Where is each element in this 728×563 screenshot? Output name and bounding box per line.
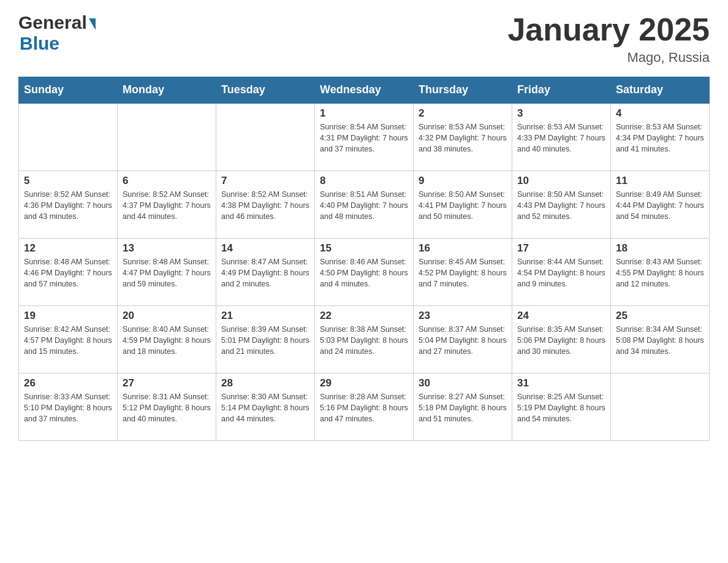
day-number: 26 [24,377,112,389]
day-info: Sunrise: 8:34 AM Sunset: 5:08 PM Dayligh… [616,324,704,357]
day-number: 18 [616,242,704,255]
day-info: Sunrise: 8:48 AM Sunset: 4:47 PM Dayligh… [123,256,211,289]
day-number: 30 [419,377,507,389]
calendar-cell: 22Sunrise: 8:38 AM Sunset: 5:03 PM Dayli… [315,305,414,373]
day-info: Sunrise: 8:43 AM Sunset: 4:55 PM Dayligh… [616,256,704,289]
calendar-table: SundayMondayTuesdayWednesdayThursdayFrid… [18,77,710,441]
day-info: Sunrise: 8:52 AM Sunset: 4:37 PM Dayligh… [123,189,211,222]
day-number: 14 [221,242,309,255]
day-info: Sunrise: 8:45 AM Sunset: 4:52 PM Dayligh… [419,256,507,289]
calendar-cell: 11Sunrise: 8:49 AM Sunset: 4:44 PM Dayli… [611,170,710,238]
day-number: 15 [320,242,408,255]
day-number: 4 [616,107,704,120]
day-number: 8 [320,175,408,187]
calendar-cell: 9Sunrise: 8:50 AM Sunset: 4:41 PM Daylig… [414,170,512,238]
day-number: 6 [123,175,211,187]
weekday-header-row: SundayMondayTuesdayWednesdayThursdayFrid… [19,77,710,104]
day-info: Sunrise: 8:54 AM Sunset: 4:31 PM Dayligh… [320,121,408,155]
logo-arrow-icon [89,18,96,30]
week-row-5: 26Sunrise: 8:33 AM Sunset: 5:10 PM Dayli… [19,373,710,440]
day-info: Sunrise: 8:50 AM Sunset: 4:41 PM Dayligh… [419,189,507,222]
day-info: Sunrise: 8:31 AM Sunset: 5:12 PM Dayligh… [123,391,211,424]
day-number: 13 [123,242,211,255]
weekday-header-sunday: Sunday [19,77,118,104]
day-number: 11 [616,175,704,187]
day-info: Sunrise: 8:28 AM Sunset: 5:16 PM Dayligh… [320,391,408,424]
day-number: 25 [616,310,704,322]
calendar-cell [611,373,710,440]
day-info: Sunrise: 8:44 AM Sunset: 4:54 PM Dayligh… [517,256,605,289]
calendar-cell: 21Sunrise: 8:39 AM Sunset: 5:01 PM Dayli… [216,305,315,373]
day-number: 27 [123,377,211,389]
day-number: 3 [517,107,605,120]
calendar-cell: 30Sunrise: 8:27 AM Sunset: 5:18 PM Dayli… [414,373,512,440]
weekday-header-monday: Monday [118,77,216,104]
calendar-cell: 17Sunrise: 8:44 AM Sunset: 4:54 PM Dayli… [512,238,611,305]
day-number: 9 [419,175,507,187]
day-info: Sunrise: 8:51 AM Sunset: 4:40 PM Dayligh… [320,189,408,222]
calendar-cell: 6Sunrise: 8:52 AM Sunset: 4:37 PM Daylig… [118,170,216,238]
calendar-cell: 5Sunrise: 8:52 AM Sunset: 4:36 PM Daylig… [19,170,118,238]
calendar-cell: 7Sunrise: 8:52 AM Sunset: 4:38 PM Daylig… [216,170,315,238]
logo-blue-text: Blue [20,33,59,53]
day-info: Sunrise: 8:39 AM Sunset: 5:01 PM Dayligh… [221,324,309,357]
calendar-cell: 15Sunrise: 8:46 AM Sunset: 4:50 PM Dayli… [315,238,414,305]
day-info: Sunrise: 8:37 AM Sunset: 5:04 PM Dayligh… [419,324,507,357]
calendar-cell: 24Sunrise: 8:35 AM Sunset: 5:06 PM Dayli… [512,305,611,373]
week-row-4: 19Sunrise: 8:42 AM Sunset: 4:57 PM Dayli… [19,305,710,373]
day-number: 23 [419,310,507,322]
calendar-cell: 10Sunrise: 8:50 AM Sunset: 4:43 PM Dayli… [512,170,611,238]
calendar-cell [19,103,118,170]
weekday-header-thursday: Thursday [414,77,512,104]
calendar-subtitle: Mago, Russia [507,50,710,66]
calendar-cell: 3Sunrise: 8:53 AM Sunset: 4:33 PM Daylig… [512,103,611,170]
calendar-cell: 8Sunrise: 8:51 AM Sunset: 4:40 PM Daylig… [315,170,414,238]
day-number: 12 [24,242,112,255]
day-info: Sunrise: 8:53 AM Sunset: 4:32 PM Dayligh… [419,121,507,155]
day-info: Sunrise: 8:25 AM Sunset: 5:19 PM Dayligh… [517,391,605,424]
day-info: Sunrise: 8:53 AM Sunset: 4:34 PM Dayligh… [616,121,704,155]
day-number: 29 [320,377,408,389]
calendar-cell: 28Sunrise: 8:30 AM Sunset: 5:14 PM Dayli… [216,373,315,440]
day-info: Sunrise: 8:30 AM Sunset: 5:14 PM Dayligh… [221,391,309,424]
day-info: Sunrise: 8:49 AM Sunset: 4:44 PM Dayligh… [616,189,704,222]
day-info: Sunrise: 8:42 AM Sunset: 4:57 PM Dayligh… [24,324,112,357]
day-number: 1 [320,107,408,120]
day-number: 7 [221,175,309,187]
weekday-header-friday: Friday [512,77,611,104]
day-number: 31 [517,377,605,389]
page-header: General Blue January 2025 Mago, Russia [18,12,710,66]
day-number: 2 [419,107,507,120]
calendar-cell: 13Sunrise: 8:48 AM Sunset: 4:47 PM Dayli… [118,238,216,305]
calendar-cell: 19Sunrise: 8:42 AM Sunset: 4:57 PM Dayli… [19,305,118,373]
day-number: 19 [24,310,112,322]
day-info: Sunrise: 8:40 AM Sunset: 4:59 PM Dayligh… [123,324,211,357]
day-info: Sunrise: 8:52 AM Sunset: 4:38 PM Dayligh… [221,189,309,222]
calendar-cell: 1Sunrise: 8:54 AM Sunset: 4:31 PM Daylig… [315,103,414,170]
week-row-1: 1Sunrise: 8:54 AM Sunset: 4:31 PM Daylig… [19,103,710,170]
day-info: Sunrise: 8:38 AM Sunset: 5:03 PM Dayligh… [320,324,408,357]
day-number: 20 [123,310,211,322]
calendar-cell: 20Sunrise: 8:40 AM Sunset: 4:59 PM Dayli… [118,305,216,373]
weekday-header-saturday: Saturday [611,77,710,104]
day-number: 16 [419,242,507,255]
weekday-header-tuesday: Tuesday [216,77,315,104]
day-info: Sunrise: 8:47 AM Sunset: 4:49 PM Dayligh… [221,256,309,289]
day-number: 5 [24,175,112,187]
calendar-cell [216,103,315,170]
day-info: Sunrise: 8:52 AM Sunset: 4:36 PM Dayligh… [24,189,112,222]
day-info: Sunrise: 8:35 AM Sunset: 5:06 PM Dayligh… [517,324,605,357]
calendar-cell: 27Sunrise: 8:31 AM Sunset: 5:12 PM Dayli… [118,373,216,440]
calendar-cell: 4Sunrise: 8:53 AM Sunset: 4:34 PM Daylig… [611,103,710,170]
calendar-cell: 25Sunrise: 8:34 AM Sunset: 5:08 PM Dayli… [611,305,710,373]
calendar-cell: 29Sunrise: 8:28 AM Sunset: 5:16 PM Dayli… [315,373,414,440]
day-number: 22 [320,310,408,322]
calendar-cell: 12Sunrise: 8:48 AM Sunset: 4:46 PM Dayli… [19,238,118,305]
day-number: 17 [517,242,605,255]
calendar-cell [118,103,216,170]
calendar-cell: 18Sunrise: 8:43 AM Sunset: 4:55 PM Dayli… [611,238,710,305]
title-block: January 2025 Mago, Russia [507,12,710,66]
day-info: Sunrise: 8:33 AM Sunset: 5:10 PM Dayligh… [24,391,112,424]
day-number: 28 [221,377,309,389]
calendar-cell: 26Sunrise: 8:33 AM Sunset: 5:10 PM Dayli… [19,373,118,440]
